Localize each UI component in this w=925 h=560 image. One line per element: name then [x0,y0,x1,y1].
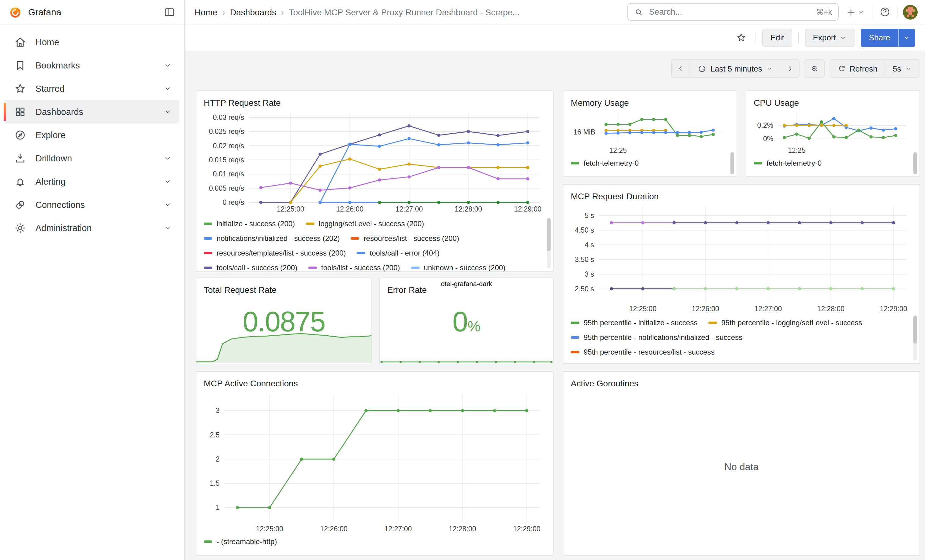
legend-item[interactable]: tools/call - success (200) [204,263,297,272]
sidebar-item-connections[interactable]: Connections [4,193,179,216]
memory-usage-chart[interactable]: 16 MiB12:25 [571,110,729,156]
refresh-icon [837,64,846,73]
drilldown-icon [14,152,27,165]
legend-item[interactable]: initialize - success (200) [204,219,295,228]
legend-item[interactable]: 95th percentile - resources/templates/li… [571,363,749,363]
time-back-button[interactable] [671,59,690,78]
panel-mcp-request-duration: MCP Request Duration 2.50 s3 s3.50 s4 s4… [563,184,920,364]
sidebar: HomeBookmarksStarredDashboardsExploreDri… [0,24,185,560]
legend-scrollbar[interactable] [913,315,917,361]
search-icon [634,7,643,17]
panel-title[interactable]: MCP Active Connections [204,377,546,390]
sidebar-item-alerting[interactable]: Alerting [4,170,179,193]
legend-swatch [351,237,359,240]
legend-item[interactable]: 95th percentile - logging/setLevel - suc… [708,318,862,327]
legend-scrollbar[interactable] [731,152,734,174]
svg-text:3 s: 3 s [585,270,594,278]
content: Edit Export Share [185,24,925,560]
mcp-active-connections-chart[interactable]: 11.522.5312:25:0012:26:0012:27:0012:28:0… [204,390,546,534]
legend-item[interactable]: 95th percentile - notifications/initiali… [571,333,743,342]
legend-item[interactable]: fetch-telemetry-0 [571,159,639,168]
legend-item[interactable]: 95th percentile - initialize - success [571,318,698,327]
legend-item[interactable]: resources/list - success (200) [351,234,459,243]
sidebar-item-home[interactable]: Home [4,30,179,54]
legend-swatch [571,321,579,324]
svg-text:0%: 0% [763,135,773,143]
svg-text:0.025 req/s: 0.025 req/s [209,128,244,135]
search-input[interactable]: ⌘+k [627,3,839,21]
zoom-out-button[interactable] [804,59,824,78]
sidebar-item-label: Starred [36,84,65,93]
panel-left-icon [163,6,176,18]
breadcrumb-item[interactable]: Home [194,7,217,17]
http-request-rate-chart[interactable]: 0 req/s0.005 req/s0.01 req/s0.015 req/s0… [204,110,546,215]
star-dashboard-button[interactable] [733,29,750,46]
panel-error-rate: otel-grafana-dark Error Rate 0% [379,278,554,364]
legend-item[interactable]: tools/list - success (200) [308,263,400,272]
refresh-interval-picker[interactable]: 5s [885,59,920,78]
sidebar-item-administration[interactable]: Administration [4,216,179,240]
svg-text:12:25:00: 12:25:00 [629,305,657,313]
search-field[interactable] [648,7,812,17]
export-button[interactable]: Export [805,29,855,47]
legend-item[interactable]: fetch-telemetry-0 [754,159,822,168]
sidebar-item-starred[interactable]: Starred [4,77,179,100]
legend-row: - (streamable-http) [204,534,546,549]
legend-label: logging/setLevel - success (200) [319,219,424,228]
panel-title[interactable]: Total Request Rate [204,283,364,297]
legend-swatch [204,267,212,269]
mcp-request-duration-chart[interactable]: 2.50 s3 s3.50 s4 s4.50 s5 s12:25:0012:26… [571,203,912,314]
grafana-logo[interactable] [9,5,22,19]
legend-scrollbar[interactable] [547,218,551,269]
explore-icon [14,128,27,142]
legend-item[interactable]: notifications/initialized - success (202… [204,234,340,243]
refresh-button[interactable]: Refresh [829,59,884,78]
error-rate-number: 0 [452,306,467,338]
svg-text:12:27:00: 12:27:00 [396,205,423,213]
panel-title[interactable]: CPU Usage [754,96,912,110]
legend-scrollbar[interactable] [913,152,917,174]
sidebar-item-drilldown[interactable]: Drilldown [4,147,179,170]
legend-label: tools/call - success (200) [217,263,297,272]
legend-item[interactable]: tools/call - error (404) [357,249,440,257]
sidebar-collapse-button[interactable] [162,5,177,19]
cpu-usage-chart[interactable]: 0%0.2%12:25 [754,110,912,156]
chart-legend: - (streamable-http) [204,534,546,550]
breadcrumb-item[interactable]: Dashboards [230,7,276,17]
edit-button[interactable]: Edit [762,29,792,47]
share-dropdown-button[interactable] [898,29,915,47]
share-split-button: Share [861,29,915,47]
legend-swatch [571,336,579,339]
sidebar-item-bookmarks[interactable]: Bookmarks [4,54,179,77]
starred-icon [14,82,27,95]
time-range-picker[interactable]: Last 5 minutes [690,59,780,78]
legend-item[interactable]: logging/setLevel - success (200) [306,219,424,228]
legend-item[interactable]: 95th percentile - resources/list - succe… [571,348,714,356]
panel-title[interactable]: MCP Request Duration [571,189,912,203]
legend-swatch [308,267,317,269]
hover-tooltip: otel-grafana-dark [380,280,553,287]
help-button[interactable] [877,4,893,20]
chevron-down-icon [765,65,773,72]
add-button[interactable] [844,5,867,19]
sidebar-item-explore[interactable]: Explore [4,123,179,147]
share-button[interactable]: Share [861,29,898,47]
legend-label: 95th percentile - notifications/initiali… [584,333,743,342]
panel-title[interactable]: HTTP Request Rate [204,96,546,110]
legend-item[interactable]: resources/templates/list - success (200) [204,249,346,257]
svg-text:12:27:00: 12:27:00 [384,525,412,533]
divider [756,32,756,43]
legend-swatch [204,222,212,225]
panel-title[interactable]: Active Goroutines [571,377,912,390]
time-forward-button[interactable] [780,59,799,78]
chart-legend: 95th percentile - initialize - success95… [571,315,912,363]
sidebar-item-dashboards[interactable]: Dashboards [4,100,179,123]
brand-area: Grafana [0,0,185,24]
legend-item[interactable]: - (streamable-http) [204,537,277,546]
avatar[interactable] [903,5,917,19]
svg-text:4 s: 4 s [585,241,594,249]
legend-swatch [204,237,212,240]
legend-item[interactable]: unknown - success (200) [411,263,506,272]
panel-title[interactable]: Memory Usage [571,96,729,110]
legend-label: fetch-telemetry-0 [584,159,639,168]
